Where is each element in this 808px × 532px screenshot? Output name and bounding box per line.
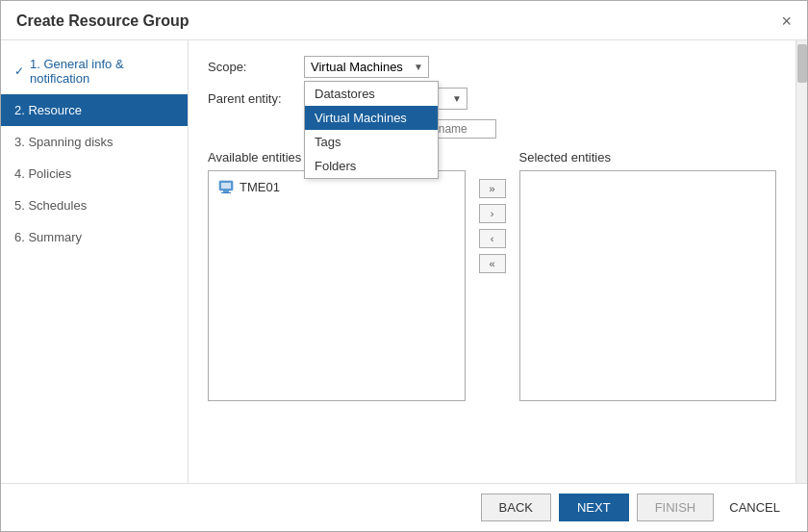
scope-dropdown-container: Datastores Virtual Machines Tags Folders… [304,56,429,78]
dropdown-item-datastores[interactable]: Datastores [305,82,438,106]
sidebar-item-summary[interactable]: 6. Summary [1,221,188,253]
scrollbar-thumb [797,44,807,83]
scope-row: Scope: Datastores Virtual Machines Tags … [208,56,776,78]
cancel-button[interactable]: CANCEL [721,494,788,520]
main-content: Scope: Datastores Virtual Machines Tags … [189,40,795,483]
dialog-body: ✓ 1. General info & notification 2. Reso… [1,40,807,483]
selected-entities-list [519,170,777,401]
search-row: 🔍 [208,119,776,139]
dropdown-item-folders[interactable]: Folders [305,154,438,178]
sidebar-item-spanning[interactable]: 3. Spanning disks [1,126,188,158]
sidebar-item-general[interactable]: ✓ 1. General info & notification [1,48,188,94]
available-entities-list: TME01 [208,170,466,401]
sidebar-item-policies[interactable]: 4. Policies [1,158,188,190]
transfer-buttons: » › ‹ « [473,150,512,273]
scope-select[interactable]: Datastores Virtual Machines Tags Folders [304,56,429,78]
svg-rect-1 [221,183,231,189]
dialog-header: Create Resource Group × [1,1,807,40]
create-resource-group-dialog: Create Resource Group × ✓ 1. General inf… [0,0,808,532]
scope-label: Scope: [208,60,304,74]
entities-section: Available entities TME [208,150,776,401]
scrollbar[interactable] [795,40,807,483]
sidebar-item-resource[interactable]: 2. Resource [1,94,188,126]
dialog-title: Create Resource Group [16,13,189,30]
move-all-right-button[interactable]: » [479,179,506,198]
move-selected-right-button[interactable]: › [479,204,506,223]
vm-icon [218,179,234,194]
back-button[interactable]: BACK [481,494,551,521]
scope-select-wrapper: Datastores Virtual Machines Tags Folders… [304,56,429,78]
close-button[interactable]: × [781,13,792,30]
checkmark-icon: ✓ [14,64,24,78]
finish-button[interactable]: FINISH [637,494,715,521]
dropdown-item-vm[interactable]: Virtual Machines [305,106,438,130]
move-all-left-button[interactable]: « [479,254,506,273]
entity-name: TME01 [240,180,280,194]
parent-entity-label: Parent entity: [208,91,304,106]
scope-dropdown-menu: Datastores Virtual Machines Tags Folders [304,81,439,179]
selected-entities-label: Selected entities [519,150,777,165]
parent-entity-row: Parent entity: ▼ [208,88,776,110]
sidebar-item-schedules[interactable]: 5. Schedules [1,190,188,221]
sidebar: ✓ 1. General info & notification 2. Reso… [1,40,189,483]
dialog-footer: BACK NEXT FINISH CANCEL [1,483,807,531]
available-entities-panel: Available entities TME [208,150,466,401]
svg-rect-2 [223,190,229,192]
dropdown-item-tags[interactable]: Tags [305,130,438,154]
svg-rect-3 [221,192,231,193]
next-button[interactable]: NEXT [559,494,629,521]
selected-entities-panel: Selected entities [519,150,777,401]
move-selected-left-button[interactable]: ‹ [479,229,506,248]
